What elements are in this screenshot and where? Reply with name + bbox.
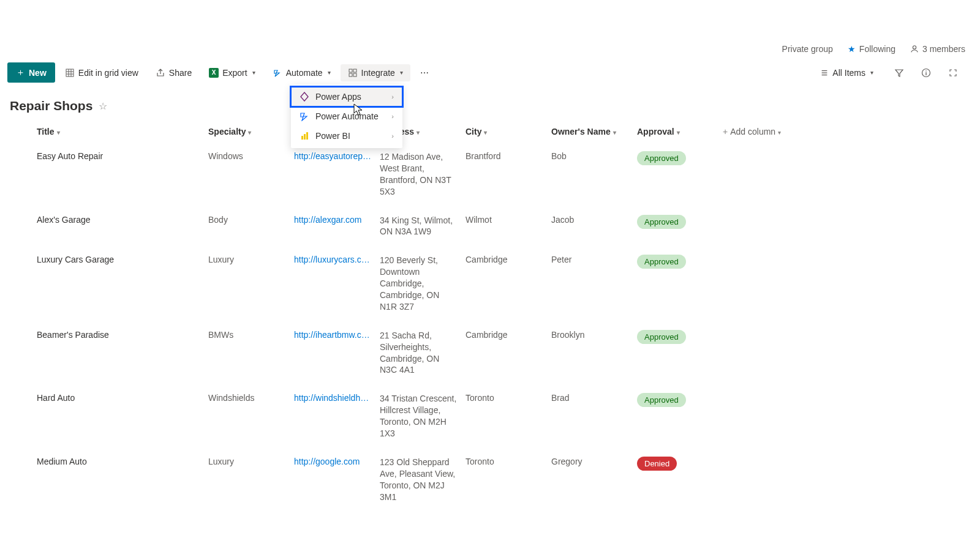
share-label: Share [169,68,192,78]
chevron-down-icon: ▾ [778,129,781,136]
export-label: Export [222,68,247,78]
table-row[interactable]: Beamer's ParadiseBMWshttp://iheartbmw.co… [0,321,980,385]
list-table: Title▾ Specialty▾ Website▾ Address▾ City… [0,121,980,511]
cell-title: Medium Auto [37,457,208,466]
expand-button[interactable] [944,64,962,81]
dropdown-item-label: Power Automate [315,111,379,121]
svg-rect-9 [353,73,356,77]
svg-rect-8 [349,73,352,77]
edit-grid-button[interactable]: Edit in grid view [58,64,146,81]
cell-website: http://easyautorepair.c… [294,151,380,163]
command-bar-right: All Items ▾ [813,64,973,81]
members-link[interactable]: 3 members [910,44,965,54]
table-header: Title▾ Specialty▾ Website▾ Address▾ City… [0,121,980,143]
share-button[interactable]: Share [148,64,199,81]
power-automate-icon [300,111,309,121]
members-label: 3 members [922,44,965,54]
cell-website: http://windshieldharda… [294,393,380,405]
website-link[interactable]: http://iheartbmw.com [294,330,372,340]
plus-icon: ＋ [16,67,25,78]
approval-badge: Approved [637,255,686,269]
export-button[interactable]: X Export ▾ [202,64,262,81]
cell-approval: Approved [637,393,723,407]
website-link[interactable]: http://windshieldharda… [294,393,372,403]
dropdown-item-label: Power BI [315,131,350,141]
cell-city: Toronto [466,393,551,403]
cell-address: 123 Old Sheppard Ave, Pleasant View, Tor… [380,457,466,503]
cell-title: Alex's Garage [37,215,208,225]
dropdown-item-power-automate[interactable]: Power Automate › [291,106,402,126]
column-header-title[interactable]: Title▾ [37,127,208,136]
cell-city: Cambridge [466,330,551,340]
ellipsis-icon: ⋯ [420,68,429,78]
cell-owner: Peter [551,255,637,264]
cell-address: 34 Tristan Crescent, Hillcrest Village, … [380,393,466,439]
table-row[interactable]: Medium AutoLuxuryhttp://google.com123 Ol… [0,448,980,512]
cell-specialty: BMWs [208,330,294,340]
approval-badge: Approved [637,151,686,165]
dropdown-item-power-apps[interactable]: Power Apps › [291,87,402,106]
views-dropdown[interactable]: All Items ▾ [813,64,881,81]
column-header-specialty[interactable]: Specialty▾ [208,127,294,136]
automate-label: Automate [286,68,323,78]
svg-rect-17 [304,134,306,140]
integrate-label: Integrate [361,68,395,78]
chevron-down-icon: ▾ [417,129,420,136]
cell-title: Hard Auto [37,393,208,403]
views-label: All Items [832,68,865,78]
approval-badge: Denied [637,457,677,471]
column-header-city[interactable]: City▾ [466,127,551,136]
column-header-approval[interactable]: Approval▾ [637,127,723,136]
chevron-right-icon: › [391,132,394,140]
cell-specialty: Windows [208,151,294,161]
following-toggle[interactable]: ★ Following [848,44,895,54]
cell-owner: Jacob [551,215,637,225]
chevron-down-icon: ▾ [57,129,60,136]
svg-point-14 [925,70,927,72]
following-label: Following [859,44,895,54]
approval-badge: Approved [637,215,686,229]
approval-badge: Approved [637,330,686,344]
new-button[interactable]: ＋ New [7,62,55,83]
cell-title: Beamer's Paradise [37,330,208,340]
cell-title: Luxury Cars Garage [37,255,208,264]
website-link[interactable]: http://alexgar.com [294,215,362,225]
table-row[interactable]: Hard AutoWindshieldshttp://windshieldhar… [0,384,980,448]
website-link[interactable]: http://luxurycars.com [294,255,372,264]
power-bi-icon [300,131,309,141]
grid-icon [65,68,75,78]
integrate-dropdown: Power Apps › Power Automate › Power BI › [291,84,402,148]
table-row[interactable]: Luxury Cars GarageLuxuryhttp://luxurycar… [0,246,980,321]
add-column-button[interactable]: +Add column▾ [723,127,821,136]
cell-owner: Brad [551,393,637,403]
plus-icon: + [723,127,728,136]
svg-rect-18 [306,132,308,140]
integrate-button[interactable]: Integrate ▾ [341,64,410,81]
website-link[interactable]: http://easyautorepair.c… [294,151,372,161]
automate-button[interactable]: Automate ▾ [265,64,338,81]
website-link[interactable]: http://google.com [294,457,360,466]
info-button[interactable] [918,64,935,81]
edit-grid-label: Edit in grid view [78,68,138,78]
svg-rect-16 [301,136,303,140]
cell-address: 34 King St, Wilmot, ON N3A 1W9 [380,215,466,238]
dropdown-item-power-bi[interactable]: Power BI › [291,126,402,146]
cell-owner: Brooklyn [551,330,637,340]
svg-rect-1 [66,69,74,77]
people-icon [910,45,919,53]
cell-address: 12 Madison Ave, West Brant, Brantford, O… [380,151,466,198]
table-row[interactable]: Easy Auto RepairWindowshttp://easyautore… [0,143,980,206]
column-header-owner[interactable]: Owner's Name▾ [551,127,637,136]
share-icon [156,68,165,78]
list-header: Repair Shops ☆ [0,86,980,121]
favorite-star-icon[interactable]: ☆ [99,100,107,112]
chevron-right-icon: › [391,93,394,100]
cell-owner: Bob [551,151,637,161]
table-row[interactable]: Alex's GarageBodyhttp://alexgar.com34 Ki… [0,206,980,247]
cell-city: Toronto [466,457,551,466]
more-button[interactable]: ⋯ [413,64,436,81]
dropdown-item-label: Power Apps [315,92,361,102]
svg-rect-6 [349,69,352,72]
filter-button[interactable] [891,64,908,81]
group-type-label: Private group [782,44,833,54]
